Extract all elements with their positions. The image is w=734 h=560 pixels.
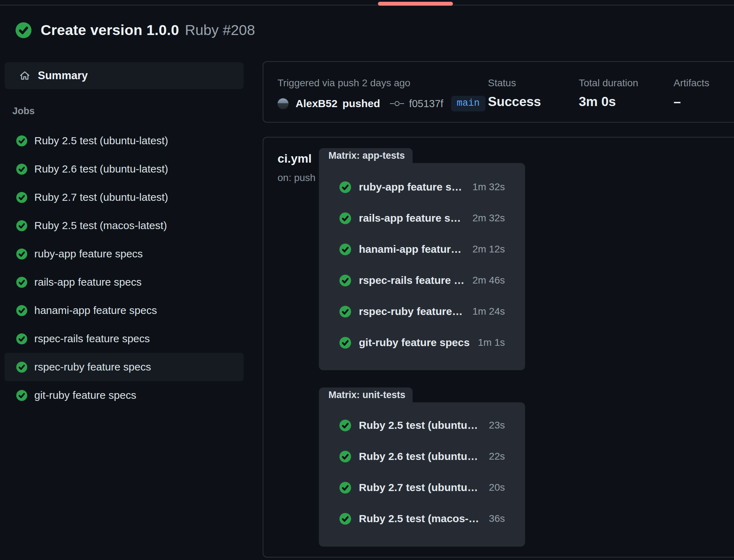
graph-job-name: Ruby 2.5 test (ubuntu-lat…: [359, 419, 481, 431]
matrix-title: Matrix: unit-tests: [328, 390, 406, 401]
graph-job-name: rspec-ruby feature spe…: [359, 305, 465, 317]
graph-job-duration: 2m 46s: [472, 275, 505, 286]
success-check-icon: [339, 212, 351, 224]
avatar[interactable]: [278, 98, 289, 109]
graph-job-row[interactable]: ruby-app feature specs1m 32s: [319, 171, 525, 203]
sidebar-job-item[interactable]: rspec-ruby feature specs: [5, 353, 244, 381]
graph-job-row[interactable]: Ruby 2.5 test (macos-late…36s: [319, 503, 525, 534]
graph-job-row[interactable]: rspec-ruby feature spe…1m 24s: [319, 296, 525, 327]
sidebar-item-summary[interactable]: Summary: [5, 62, 244, 89]
artifacts-label: Artifacts: [674, 77, 709, 89]
jobs-list: Ruby 2.5 test (ubuntu-latest)Ruby 2.6 te…: [5, 127, 244, 409]
graph-job-name: rspec-rails feature spe…: [359, 274, 465, 286]
success-check-icon: [339, 451, 351, 462]
graph-job-duration: 22s: [489, 451, 505, 462]
sidebar-job-item[interactable]: hanami-app feature specs: [5, 296, 244, 325]
run-summary-card: Triggered via push 2 days ago AlexB52 pu…: [263, 61, 734, 123]
sidebar-job-item[interactable]: Ruby 2.5 test (ubuntu-latest): [5, 127, 244, 155]
job-label: Ruby 2.6 test (ubuntu-latest): [34, 163, 168, 175]
run-success-check-icon: [16, 22, 31, 38]
workflow-file-name: ci.yml: [278, 152, 311, 165]
graph-job-name: Ruby 2.5 test (macos-late…: [359, 513, 481, 525]
run-meta: Ruby #208: [185, 22, 255, 38]
sidebar-job-item[interactable]: Ruby 2.6 test (ubuntu-latest): [5, 155, 244, 183]
sidebar-job-item[interactable]: Ruby 2.5 test (macos-latest): [5, 211, 244, 240]
sidebar-job-item[interactable]: rspec-rails feature specs: [5, 325, 244, 353]
job-label: Ruby 2.5 test (ubuntu-latest): [34, 135, 168, 147]
triggered-text: Triggered via push 2 days ago: [278, 77, 485, 89]
run-title: Create version 1.0.0: [41, 22, 179, 38]
actor-action: pushed: [342, 98, 380, 110]
graph-job-row[interactable]: hanami-app feature sp…2m 12s: [319, 234, 525, 265]
graph-job-row[interactable]: Ruby 2.7 test (ubuntu-lat…20s: [319, 472, 525, 503]
artifacts-value: –: [674, 94, 709, 109]
graph-job-row[interactable]: rspec-rails feature spe…2m 46s: [319, 265, 525, 296]
success-check-icon: [339, 275, 351, 286]
sidebar-job-item[interactable]: ruby-app feature specs: [5, 240, 244, 268]
graph-job-name: ruby-app feature specs: [359, 181, 465, 193]
commit-line: AlexB52 pushed f05137f main: [278, 96, 485, 111]
actor-link[interactable]: AlexB52: [296, 98, 337, 110]
success-check-icon: [16, 333, 27, 344]
matrix-tab: Matrix: app-tests: [319, 148, 413, 163]
graph-job-duration: 20s: [489, 482, 505, 493]
graph-job-name: Ruby 2.6 test (ubuntu-lat…: [359, 450, 481, 462]
summary-label: Summary: [38, 69, 88, 82]
run-title-line: Create version 1.0.0 Ruby #208: [41, 22, 255, 39]
status-label: Status: [488, 77, 541, 89]
success-check-icon: [339, 513, 351, 525]
jobs-heading: Jobs: [12, 106, 244, 117]
success-check-icon: [16, 164, 27, 175]
graph-job-duration: 1m 32s: [472, 181, 505, 193]
status-column: Status Success: [488, 77, 541, 109]
sidebar-job-item[interactable]: Ruby 2.7 test (ubuntu-latest): [5, 183, 244, 211]
run-header: Create version 1.0.0 Ruby #208: [16, 22, 255, 39]
graph-job-name: git-ruby feature specs: [359, 337, 470, 349]
graph-job-row[interactable]: git-ruby feature specs1m 1s: [319, 327, 525, 358]
graph-job-name: rails-app feature specs: [359, 212, 465, 224]
top-divider: [0, 5, 734, 6]
graph-job-name: hanami-app feature sp…: [359, 243, 465, 255]
job-label: hanami-app feature specs: [34, 304, 157, 316]
success-check-icon: [16, 249, 27, 259]
matrix-body: ruby-app feature specs1m 32srails-app fe…: [319, 163, 525, 370]
graph-job-row[interactable]: rails-app feature specs2m 32s: [319, 203, 525, 234]
matrix-tab: Matrix: unit-tests: [319, 387, 413, 402]
success-check-icon: [339, 306, 351, 317]
graph-job-duration: 2m 32s: [472, 212, 505, 224]
success-check-icon: [16, 220, 27, 231]
workflow-graph-card: ci.yml on: push Matrix: app-testsruby-ap…: [263, 137, 734, 558]
graph-job-duration: 2m 12s: [472, 244, 505, 255]
horizontal-scrollbar-thumb[interactable]: [378, 2, 453, 6]
graph-job-duration: 1m 24s: [472, 306, 505, 317]
artifacts-column: Artifacts –: [674, 77, 709, 109]
duration-column: Total duration 3m 0s: [579, 77, 638, 109]
success-check-icon: [16, 277, 27, 288]
workflow-trigger: on: push: [278, 172, 315, 183]
success-check-icon: [16, 135, 27, 146]
graph-job-row[interactable]: Ruby 2.6 test (ubuntu-lat…22s: [319, 441, 525, 472]
trigger-block: Triggered via push 2 days ago AlexB52 pu…: [278, 77, 485, 111]
commit-sha-link[interactable]: f05137f: [409, 98, 443, 110]
status-value: Success: [488, 94, 541, 109]
job-label: ruby-app feature specs: [34, 248, 143, 260]
job-label: Ruby 2.7 test (ubuntu-latest): [34, 191, 168, 203]
graph-job-name: Ruby 2.7 test (ubuntu-lat…: [359, 482, 481, 494]
home-icon: [19, 70, 30, 81]
branch-badge[interactable]: main: [451, 96, 485, 111]
matrix-title: Matrix: app-tests: [328, 150, 405, 161]
matrix-group: Matrix: unit-testsRuby 2.5 test (ubuntu-…: [319, 387, 525, 547]
sidebar-job-item[interactable]: rails-app feature specs: [5, 268, 244, 296]
success-check-icon: [16, 192, 27, 203]
git-commit-icon: [390, 100, 404, 107]
graph-job-duration: 23s: [489, 420, 505, 431]
graph-job-duration: 36s: [489, 513, 505, 524]
sidebar: Summary Jobs Ruby 2.5 test (ubuntu-lates…: [5, 62, 244, 409]
success-check-icon: [339, 244, 351, 255]
success-check-icon: [339, 420, 351, 431]
success-check-icon: [339, 482, 351, 494]
sidebar-job-item[interactable]: git-ruby feature specs: [5, 381, 244, 409]
job-label: rspec-rails feature specs: [34, 333, 150, 345]
graph-job-row[interactable]: Ruby 2.5 test (ubuntu-lat…23s: [319, 410, 525, 441]
duration-label: Total duration: [579, 77, 638, 89]
